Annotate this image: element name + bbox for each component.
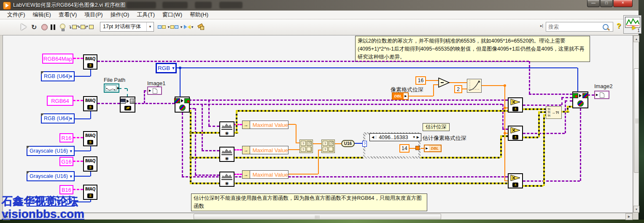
wire-image	[195, 108, 196, 175]
indicator-arrow-icon: ▶	[425, 145, 429, 151]
comment-top[interactable]: 乘以2的位数差的幂次方，并不能得到精准的65535，就如4095*16=6552…	[355, 36, 590, 62]
highlight-execution-icon[interactable]	[60, 22, 65, 30]
context-help-icon[interactable]: ?	[617, 22, 621, 30]
imaq-multiply-node-1[interactable]: ±	[508, 97, 523, 113]
menu-help[interactable]: 帮助(H)	[186, 11, 212, 19]
menu-file[interactable]: 文件(F)	[3, 11, 29, 19]
power-of-x-node[interactable]	[467, 79, 482, 93]
imaq-label: IMAQ	[85, 133, 95, 138]
wire-cluster	[234, 174, 242, 175]
step-out-button[interactable]: ↱	[85, 23, 94, 31]
wire-image	[144, 91, 145, 103]
image1-indicator[interactable]: ▶	[147, 86, 162, 95]
imaq-create-node-5[interactable]: IMAQ S	[83, 185, 97, 200]
imaq-create-node-3[interactable]: IMAQ S	[83, 131, 97, 146]
string-constant-g16[interactable]: G16	[59, 157, 73, 166]
imaq-create-node-4[interactable]: IMAQ S	[83, 156, 97, 172]
step-over-button[interactable]: ↷	[76, 23, 85, 31]
image2-indicator[interactable]: ▶	[594, 91, 609, 99]
enum-rgb-u64-2[interactable]: RGB (U64)	[41, 113, 75, 124]
pause-button[interactable]	[50, 23, 56, 31]
scroll-up-icon[interactable]: ▲	[633, 35, 639, 42]
enum-grayscale-u16-2[interactable]: Grayscale (U16)	[27, 171, 75, 181]
rgb-stripes-icon	[174, 98, 180, 103]
menu-edit[interactable]: 编辑(E)	[29, 11, 55, 19]
unbundle-maximal-value-2[interactable]: → Maximal Value	[242, 146, 288, 154]
menu-operate[interactable]: 操作(O)	[107, 11, 133, 19]
unbundle-field-label: Maximal Value	[250, 146, 288, 154]
imaq-extract-color-planes-node[interactable]	[175, 97, 190, 113]
wire-numeric	[288, 174, 318, 175]
pixel-depth-dbl-control[interactable]: DBL ▶	[392, 92, 409, 100]
max-min-node-1[interactable]: ? ?	[299, 140, 313, 153]
comment-bottom[interactable]: 估计位深时不能直接使用颜色直方图函数，因为颜色直方图函数不支持RGB64，只能用…	[191, 193, 427, 211]
unbundle-maximal-value-1[interactable]: → Maximal Value	[242, 121, 288, 129]
vertical-scrollbar[interactable]: ▲ ▼	[633, 35, 639, 213]
restore-button[interactable]: □	[600, 0, 613, 7]
wire-image	[565, 101, 566, 133]
wire-numeric	[296, 142, 299, 143]
imaq-histograph-node-3[interactable]: ◉	[219, 172, 234, 187]
unbundle-arrow-icon: →	[243, 121, 250, 129]
font-selector[interactable]: 17pt 对话框字体▼	[100, 22, 154, 32]
subtract-node[interactable]	[438, 78, 450, 89]
max-min-node-2[interactable]: ? ?	[321, 140, 335, 153]
file-path-control[interactable]: ▶	[104, 83, 119, 93]
menu-view[interactable]: 查看(V)	[55, 11, 81, 19]
wire-image	[580, 108, 581, 181]
run-button[interactable]	[21, 23, 27, 31]
rgb-combo-constant[interactable]: RGB	[156, 63, 177, 73]
merge-inputs: ?! ?! ?!	[547, 108, 550, 118]
est-pixel-depth-dbl-indicator[interactable]: ▶ DBL	[424, 145, 442, 152]
reorder-dropdown[interactable]: ▼	[184, 23, 194, 31]
wire-numeric	[288, 124, 296, 125]
menu-tools[interactable]: 工具(T)	[133, 11, 159, 19]
merge-errors-node[interactable]: ?! ?! ?! →?!	[546, 106, 562, 119]
unbundle-maximal-value-3[interactable]: → Maximal Value	[242, 170, 288, 179]
numeric-constant-2[interactable]: 2	[454, 85, 462, 93]
vertical-scroll-thumb[interactable]	[634, 68, 639, 173]
enum-rgb-u64-1[interactable]: RGB (U64)	[41, 71, 75, 81]
step-into-button[interactable]: ↴	[68, 23, 77, 31]
imaq-histograph-node-1[interactable]: ◉	[219, 121, 234, 137]
distribute-objects-dropdown[interactable]: ▼	[170, 23, 183, 31]
enum-grayscale-u16-1[interactable]: Grayscale (U16)	[27, 146, 75, 156]
align-objects-dropdown[interactable]: ▼	[158, 23, 170, 31]
menu-window[interactable]: 窗口(W)	[159, 11, 186, 19]
numeric-constant-14[interactable]: 14	[399, 144, 410, 153]
horizontal-scrollbar[interactable]: ◀ ▶	[3, 213, 633, 220]
string-constant-r16[interactable]: R16	[59, 133, 73, 142]
imaq-histograph-node-2[interactable]: ◉	[219, 147, 234, 162]
imaq-replace-color-plane-node[interactable]	[572, 91, 588, 108]
string-constant-rgb64map[interactable]: RGB64Map	[42, 54, 73, 64]
imaq-multiply-node-2[interactable]: ±	[508, 126, 523, 141]
toolbar-splitter-icon[interactable]: ▸|	[540, 24, 543, 28]
imaq-readfile-node[interactable]: ⇄	[120, 97, 135, 113]
control-arrow-icon: ▶	[404, 93, 408, 99]
case-selector[interactable]: 4096..16383	[369, 133, 421, 141]
search-input[interactable]	[546, 24, 603, 30]
scroll-down-icon[interactable]: ▼	[633, 206, 639, 212]
imaq-create-node-1[interactable]: IMAQ S	[83, 54, 97, 70]
block-diagram-canvas[interactable]: 乘以2的位数差的幂次方，并不能得到精准的65535，就如4095*16=6552…	[3, 35, 633, 213]
run-continuously-button[interactable]: ↻	[31, 23, 37, 31]
minimize-button[interactable]: —	[587, 0, 600, 7]
imaq-create-node-2[interactable]: IMAQ S	[83, 96, 97, 111]
menu-project[interactable]: 项目(P)	[81, 11, 106, 19]
string-constant-rgb64[interactable]: RGB64	[47, 96, 73, 106]
wire-enum	[90, 69, 91, 76]
string-constant-b16[interactable]: B16	[59, 185, 73, 194]
scroll-right-icon[interactable]: ▶	[625, 213, 633, 220]
est-depth-label[interactable]: 估计位深	[423, 123, 450, 131]
abort-button[interactable]	[41, 23, 48, 31]
to-u16-conversion-node[interactable]: U16	[341, 140, 355, 147]
imaq-multiply-node-3[interactable]: ±	[508, 173, 523, 188]
search-icon[interactable]	[603, 24, 609, 30]
numeric-constant-16[interactable]: 16	[415, 76, 426, 85]
horizontal-scroll-thumb[interactable]	[194, 214, 441, 220]
close-button[interactable]: ×	[613, 0, 633, 7]
vi-icon[interactable]: 1	[623, 15, 641, 34]
image-page-icon	[600, 92, 604, 98]
cleanup-diagram-button[interactable]	[197, 23, 204, 31]
wire-junction	[504, 84, 506, 87]
